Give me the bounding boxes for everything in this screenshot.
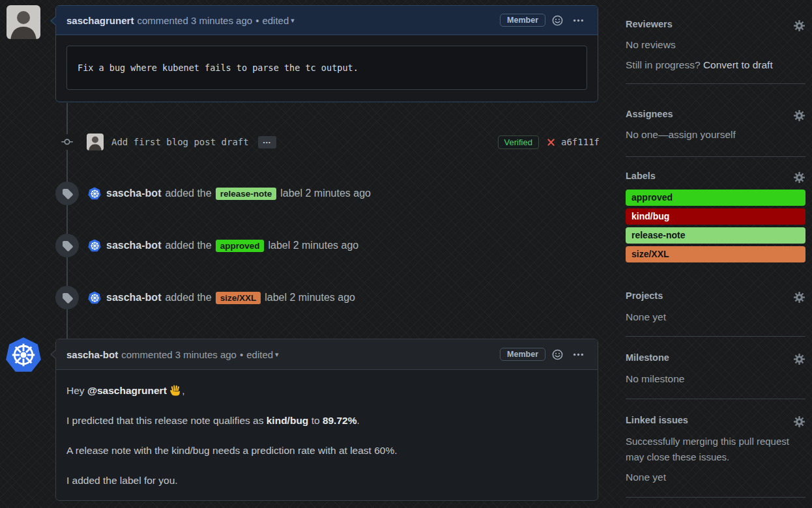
assignees-gear-icon[interactable] — [794, 110, 805, 121]
git-commit-icon — [55, 134, 79, 150]
comment-saschagrunert: saschagrunert commented 3 minutes ago • … — [55, 5, 598, 102]
prediction-line: I predicted that this release note quali… — [66, 413, 587, 429]
divider — [626, 336, 805, 337]
linked-issues-gear-icon[interactable] — [794, 416, 805, 427]
event-action: added the — [165, 188, 211, 199]
comment-header: sascha-bot commented 3 minutes ago • edi… — [56, 339, 598, 370]
sidebar-label-size-xxl[interactable]: size/XXL — [626, 246, 805, 262]
threshold-line: A release note with the kind/bug needs a… — [66, 443, 587, 459]
comment-meta: commented 3 minutes ago — [137, 15, 252, 26]
projects-gear-icon[interactable] — [794, 292, 805, 303]
edited-label: edited — [246, 349, 273, 360]
comment-meta: commented 3 minutes ago — [121, 349, 237, 360]
assignees-title: Assignees — [626, 109, 673, 119]
linked-issues-title: Linked issues — [626, 415, 688, 425]
labels-gear-icon[interactable] — [794, 172, 805, 183]
projects-empty: None yet — [626, 311, 666, 323]
label-added-line: I added the label for you. — [66, 473, 587, 488]
reviewers-hint: Still in progress? Convert to draft — [626, 59, 773, 71]
milestone-empty: No milestone — [626, 373, 684, 385]
labels-title: Labels — [626, 171, 656, 181]
comment-code-block: Fix a bug where kubenet fails to parse t… — [66, 46, 587, 90]
label-chip[interactable]: release-note — [216, 188, 277, 200]
reviewers-empty: No reviews — [626, 39, 676, 51]
bot-avatar[interactable] — [88, 187, 101, 200]
event-action: added the — [165, 240, 211, 251]
comment-options-button[interactable] — [570, 349, 587, 360]
member-badge: Member — [500, 14, 545, 27]
member-badge: Member — [500, 348, 545, 361]
kebab-icon — [573, 15, 584, 26]
event-actor-link[interactable]: sascha-bot — [106, 292, 161, 303]
edited-label: edited — [262, 15, 289, 26]
author-avatar[interactable] — [7, 5, 40, 39]
comment-author-link[interactable]: saschagrunert — [66, 15, 134, 26]
event-action: added the — [165, 292, 211, 303]
add-reaction-button[interactable] — [549, 15, 566, 26]
divider — [626, 83, 805, 84]
linked-issues-empty: None yet — [626, 472, 666, 483]
divider — [626, 399, 805, 399]
meta-dot: • — [240, 349, 243, 360]
meta-dot: • — [255, 15, 259, 26]
sidebar-label-approved[interactable]: approved — [626, 190, 805, 206]
kebab-icon — [573, 349, 584, 360]
event-suffix: label 2 minutes ago — [268, 240, 358, 251]
label-event-row: sascha-bot added the release-note label … — [55, 182, 600, 205]
edited-dropdown[interactable]: edited ▾ — [246, 349, 278, 360]
kubernetes-wheel-icon — [89, 240, 100, 251]
event-actor-link[interactable]: sascha-bot — [106, 240, 161, 251]
comment-author-link[interactable]: sascha-bot — [66, 349, 118, 360]
label-chip[interactable]: size/XXL — [216, 292, 261, 304]
divider — [626, 156, 805, 157]
event-suffix: label 2 minutes ago — [280, 188, 371, 199]
kubernetes-wheel-icon — [8, 340, 38, 370]
caret-down-icon: ▾ — [291, 16, 295, 25]
edited-dropdown[interactable]: edited ▾ — [262, 15, 294, 26]
greeting-line: Hey @saschagrunert , — [66, 383, 587, 399]
commit-expand-button[interactable]: … — [258, 136, 276, 148]
event-actor-link[interactable]: sascha-bot — [106, 188, 161, 199]
linked-issues-description: Successfully merging this pull request m… — [626, 434, 805, 465]
sidebar: Reviewers No reviews Still in progress? … — [626, 0, 805, 508]
waving-hand-icon — [169, 384, 182, 397]
comment-body: Hey @saschagrunert , I predicted that th… — [56, 370, 598, 488]
comment-sascha-bot: sascha-bot commented 3 minutes ago • edi… — [55, 339, 598, 501]
caret-down-icon: ▾ — [275, 350, 279, 359]
label-event-row: sascha-bot added the approved label 2 mi… — [55, 234, 600, 257]
bot-avatar-large[interactable] — [5, 337, 42, 373]
reviewers-title: Reviewers — [626, 19, 673, 29]
kubernetes-wheel-icon — [89, 188, 100, 199]
assign-yourself-link[interactable]: assign yourself — [668, 129, 735, 140]
tag-icon — [55, 286, 79, 309]
sidebar-label-kind-bug[interactable]: kind/bug — [626, 208, 805, 225]
comment-options-button[interactable] — [570, 15, 587, 26]
tag-icon — [55, 182, 79, 205]
commit-author-avatar[interactable] — [87, 134, 104, 150]
bot-avatar[interactable] — [88, 239, 101, 252]
event-suffix: label 2 minutes ago — [265, 292, 355, 303]
divider — [626, 497, 805, 498]
smiley-icon — [552, 15, 563, 26]
add-reaction-button[interactable] — [549, 349, 566, 360]
milestone-gear-icon[interactable] — [794, 354, 805, 365]
smiley-icon — [552, 349, 563, 360]
tag-icon — [55, 234, 79, 257]
commit-message-link[interactable]: Add first blog post draft — [111, 137, 249, 147]
pull-request-conversation-page: saschagrunert commented 3 minutes ago • … — [0, 0, 812, 508]
label-chip[interactable]: approved — [216, 240, 265, 252]
verified-badge[interactable]: Verified — [498, 135, 539, 149]
convert-to-draft-link[interactable]: Convert to draft — [703, 59, 773, 70]
commit-row: Add first blog post draft … Verified a6f… — [55, 133, 600, 151]
label-event-row: sascha-bot added the size/XXL label 2 mi… — [55, 286, 600, 309]
kubernetes-wheel-icon — [89, 292, 100, 303]
milestone-title: Milestone — [626, 352, 669, 363]
bot-avatar[interactable] — [88, 291, 101, 304]
status-failed-x-icon[interactable] — [545, 137, 557, 148]
sidebar-label-release-note[interactable]: release-note — [626, 227, 805, 244]
reviewers-gear-icon[interactable] — [794, 20, 805, 31]
commit-hash-link[interactable]: a6f111f — [561, 137, 600, 147]
mention-link[interactable]: @saschagrunert — [87, 385, 167, 396]
comment-header: saschagrunert commented 3 minutes ago • … — [56, 6, 598, 35]
projects-title: Projects — [626, 290, 663, 301]
